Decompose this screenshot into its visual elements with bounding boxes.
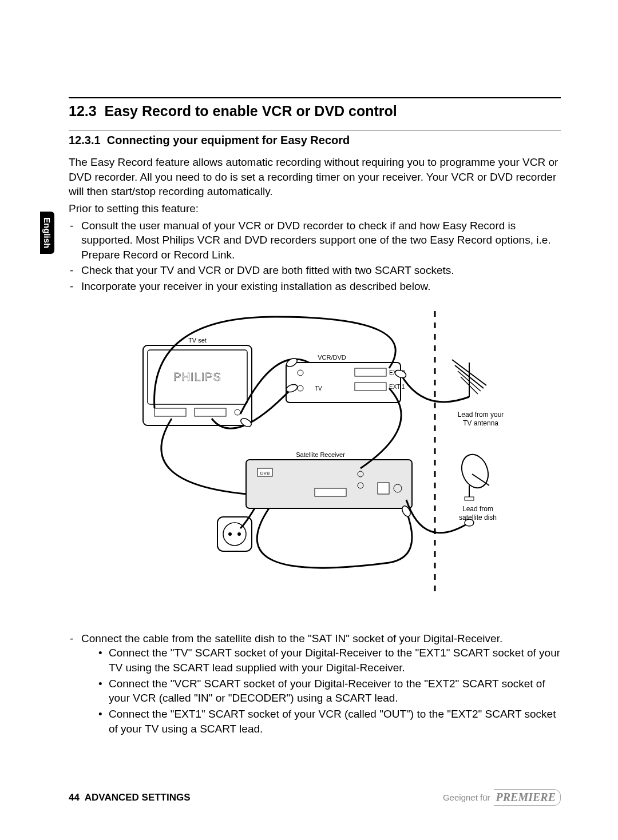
svg-rect-1 [143, 345, 252, 425]
svg-point-5 [235, 409, 240, 415]
label-tv-set: TV set [188, 337, 207, 344]
footer-title: ADVANCED SETTINGS [85, 792, 191, 803]
antenna-icon [452, 360, 486, 397]
svg-rect-18 [315, 488, 346, 496]
connection-diagram: TV set PHILIPS VCR/DVD TV EXT 2 EXT 1 Le… [103, 311, 526, 614]
section-number: 12.3 [69, 103, 97, 119]
label-antenna-2: TV antenna [463, 419, 498, 427]
premiere-logo: PREMIERE [494, 789, 561, 806]
svg-rect-4 [195, 408, 226, 416]
svg-point-30 [237, 532, 241, 536]
label-antenna-1: Lead from your [458, 411, 504, 419]
intro-paragraph-1: The Easy Record feature allows automatic… [69, 155, 561, 199]
step-text: Connect the cable from the satellite dis… [81, 632, 502, 644]
prerequisite-list: Consult the user manual of your VCR or D… [69, 218, 561, 294]
subsection-number: 12.3.1 [69, 134, 101, 146]
page-footer: 44 ADVANCED SETTINGS Geeignet für PREMIE… [69, 789, 561, 806]
label-ext1: EXT 1 [389, 384, 405, 390]
intro-paragraph-2: Prior to setting this feature: [69, 201, 561, 216]
footer-tagline: Geeignet für [443, 793, 490, 802]
subsection-heading: 12.3.1 Connecting your equipment for Eas… [69, 134, 561, 147]
rule-sub [69, 130, 561, 130]
svg-rect-9 [355, 368, 386, 376]
svg-point-23 [457, 451, 493, 491]
svg-rect-10 [355, 383, 386, 391]
label-dvb: DVB [260, 471, 270, 476]
language-tab: English [40, 212, 54, 254]
section-heading: 12.3 Easy Record to enable VCR or DVD co… [69, 103, 561, 120]
list-item: Incorporate your receiver in your existi… [69, 279, 561, 294]
rule-top [69, 97, 561, 98]
label-dish-2: satellite dish [459, 513, 497, 521]
list-item: Connect the "EXT1" SCART socket of your … [98, 707, 561, 736]
label-dish-1: Lead from [462, 505, 493, 513]
svg-point-7 [298, 370, 303, 376]
page-number: 44 [69, 792, 80, 803]
svg-rect-26 [465, 497, 474, 500]
list-item: Connect the "VCR" SCART socket of your D… [98, 676, 561, 706]
connection-steps: Connect the cable from the satellite dis… [69, 631, 561, 736]
section-title: Easy Record to enable VCR or DVD control [105, 103, 397, 119]
satellite-dish-icon [457, 451, 493, 500]
svg-point-8 [298, 385, 303, 391]
list-item: Connect the "TV" SCART socket of your Di… [98, 646, 561, 675]
subsection-title: Connecting your equipment for Easy Recor… [107, 134, 350, 146]
label-philips: PHILIPS [173, 371, 221, 383]
label-sat-receiver: Satellite Receiver [296, 451, 345, 458]
svg-point-29 [228, 532, 232, 536]
svg-rect-3 [154, 408, 186, 416]
svg-rect-21 [378, 483, 389, 494]
label-tv-port: TV [315, 385, 322, 392]
label-vcr-dvd: VCR/DVD [318, 354, 346, 361]
svg-line-24 [472, 474, 489, 485]
svg-point-36 [465, 519, 474, 526]
list-item: Consult the user manual of your VCR or D… [69, 218, 561, 262]
list-item: Connect the cable from the satellite dis… [69, 631, 561, 736]
list-item: Check that your TV and VCR or DVD are bo… [69, 263, 561, 278]
